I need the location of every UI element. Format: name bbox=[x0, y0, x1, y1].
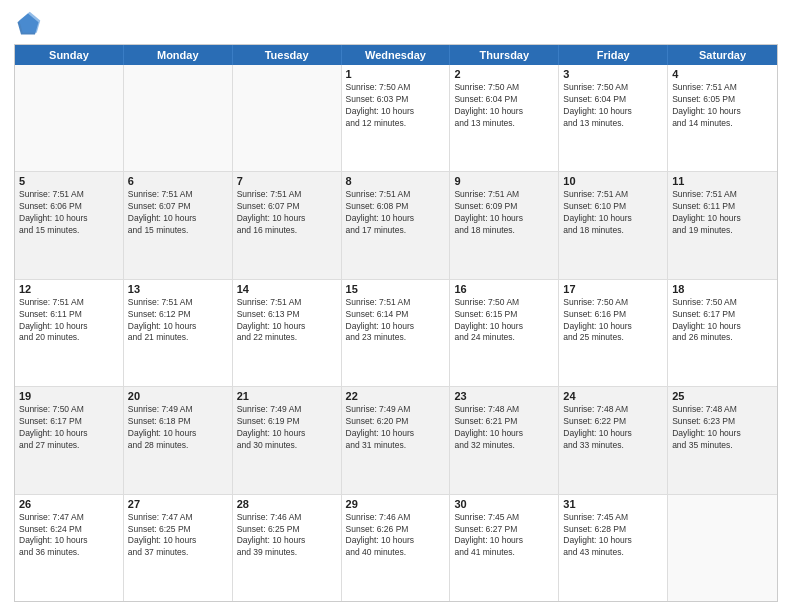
day-info: Sunrise: 7:50 AM Sunset: 6:16 PM Dayligh… bbox=[563, 297, 663, 345]
day-number: 31 bbox=[563, 498, 663, 510]
day-cell: 29Sunrise: 7:46 AM Sunset: 6:26 PM Dayli… bbox=[342, 495, 451, 601]
day-number: 17 bbox=[563, 283, 663, 295]
day-info: Sunrise: 7:51 AM Sunset: 6:05 PM Dayligh… bbox=[672, 82, 773, 130]
week-row-1: 5Sunrise: 7:51 AM Sunset: 6:06 PM Daylig… bbox=[15, 172, 777, 279]
day-info: Sunrise: 7:46 AM Sunset: 6:25 PM Dayligh… bbox=[237, 512, 337, 560]
day-cell: 14Sunrise: 7:51 AM Sunset: 6:13 PM Dayli… bbox=[233, 280, 342, 386]
day-headers-row: SundayMondayTuesdayWednesdayThursdayFrid… bbox=[15, 45, 777, 65]
header bbox=[14, 10, 778, 38]
day-info: Sunrise: 7:45 AM Sunset: 6:27 PM Dayligh… bbox=[454, 512, 554, 560]
day-number: 24 bbox=[563, 390, 663, 402]
day-cell: 17Sunrise: 7:50 AM Sunset: 6:16 PM Dayli… bbox=[559, 280, 668, 386]
page: SundayMondayTuesdayWednesdayThursdayFrid… bbox=[0, 0, 792, 612]
day-info: Sunrise: 7:51 AM Sunset: 6:08 PM Dayligh… bbox=[346, 189, 446, 237]
day-info: Sunrise: 7:49 AM Sunset: 6:18 PM Dayligh… bbox=[128, 404, 228, 452]
day-cell: 22Sunrise: 7:49 AM Sunset: 6:20 PM Dayli… bbox=[342, 387, 451, 493]
day-number: 6 bbox=[128, 175, 228, 187]
day-info: Sunrise: 7:50 AM Sunset: 6:15 PM Dayligh… bbox=[454, 297, 554, 345]
day-header-friday: Friday bbox=[559, 45, 668, 65]
day-header-monday: Monday bbox=[124, 45, 233, 65]
day-cell: 18Sunrise: 7:50 AM Sunset: 6:17 PM Dayli… bbox=[668, 280, 777, 386]
day-cell: 13Sunrise: 7:51 AM Sunset: 6:12 PM Dayli… bbox=[124, 280, 233, 386]
day-info: Sunrise: 7:50 AM Sunset: 6:03 PM Dayligh… bbox=[346, 82, 446, 130]
day-info: Sunrise: 7:51 AM Sunset: 6:09 PM Dayligh… bbox=[454, 189, 554, 237]
day-info: Sunrise: 7:51 AM Sunset: 6:12 PM Dayligh… bbox=[128, 297, 228, 345]
day-number: 26 bbox=[19, 498, 119, 510]
day-header-wednesday: Wednesday bbox=[342, 45, 451, 65]
day-number: 18 bbox=[672, 283, 773, 295]
day-number: 23 bbox=[454, 390, 554, 402]
day-number: 2 bbox=[454, 68, 554, 80]
day-cell: 19Sunrise: 7:50 AM Sunset: 6:17 PM Dayli… bbox=[15, 387, 124, 493]
calendar: SundayMondayTuesdayWednesdayThursdayFrid… bbox=[14, 44, 778, 602]
calendar-body: 1Sunrise: 7:50 AM Sunset: 6:03 PM Daylig… bbox=[15, 65, 777, 601]
day-info: Sunrise: 7:51 AM Sunset: 6:11 PM Dayligh… bbox=[672, 189, 773, 237]
day-header-tuesday: Tuesday bbox=[233, 45, 342, 65]
day-cell: 3Sunrise: 7:50 AM Sunset: 6:04 PM Daylig… bbox=[559, 65, 668, 171]
day-info: Sunrise: 7:48 AM Sunset: 6:22 PM Dayligh… bbox=[563, 404, 663, 452]
svg-marker-1 bbox=[19, 12, 40, 33]
day-number: 27 bbox=[128, 498, 228, 510]
day-info: Sunrise: 7:47 AM Sunset: 6:25 PM Dayligh… bbox=[128, 512, 228, 560]
day-cell: 6Sunrise: 7:51 AM Sunset: 6:07 PM Daylig… bbox=[124, 172, 233, 278]
day-number: 19 bbox=[19, 390, 119, 402]
day-number: 20 bbox=[128, 390, 228, 402]
day-cell: 4Sunrise: 7:51 AM Sunset: 6:05 PM Daylig… bbox=[668, 65, 777, 171]
week-row-4: 26Sunrise: 7:47 AM Sunset: 6:24 PM Dayli… bbox=[15, 495, 777, 601]
day-cell: 26Sunrise: 7:47 AM Sunset: 6:24 PM Dayli… bbox=[15, 495, 124, 601]
day-cell: 24Sunrise: 7:48 AM Sunset: 6:22 PM Dayli… bbox=[559, 387, 668, 493]
day-cell bbox=[233, 65, 342, 171]
day-info: Sunrise: 7:49 AM Sunset: 6:19 PM Dayligh… bbox=[237, 404, 337, 452]
day-number: 28 bbox=[237, 498, 337, 510]
day-cell: 27Sunrise: 7:47 AM Sunset: 6:25 PM Dayli… bbox=[124, 495, 233, 601]
day-cell: 21Sunrise: 7:49 AM Sunset: 6:19 PM Dayli… bbox=[233, 387, 342, 493]
day-info: Sunrise: 7:50 AM Sunset: 6:17 PM Dayligh… bbox=[19, 404, 119, 452]
day-info: Sunrise: 7:50 AM Sunset: 6:17 PM Dayligh… bbox=[672, 297, 773, 345]
day-number: 13 bbox=[128, 283, 228, 295]
day-cell: 1Sunrise: 7:50 AM Sunset: 6:03 PM Daylig… bbox=[342, 65, 451, 171]
day-number: 25 bbox=[672, 390, 773, 402]
day-info: Sunrise: 7:51 AM Sunset: 6:14 PM Dayligh… bbox=[346, 297, 446, 345]
day-number: 3 bbox=[563, 68, 663, 80]
day-cell: 2Sunrise: 7:50 AM Sunset: 6:04 PM Daylig… bbox=[450, 65, 559, 171]
day-cell: 16Sunrise: 7:50 AM Sunset: 6:15 PM Dayli… bbox=[450, 280, 559, 386]
day-number: 7 bbox=[237, 175, 337, 187]
week-row-2: 12Sunrise: 7:51 AM Sunset: 6:11 PM Dayli… bbox=[15, 280, 777, 387]
day-number: 29 bbox=[346, 498, 446, 510]
day-cell bbox=[668, 495, 777, 601]
day-number: 21 bbox=[237, 390, 337, 402]
day-cell: 28Sunrise: 7:46 AM Sunset: 6:25 PM Dayli… bbox=[233, 495, 342, 601]
day-cell bbox=[124, 65, 233, 171]
logo-icon bbox=[14, 10, 42, 38]
week-row-0: 1Sunrise: 7:50 AM Sunset: 6:03 PM Daylig… bbox=[15, 65, 777, 172]
day-number: 15 bbox=[346, 283, 446, 295]
day-info: Sunrise: 7:48 AM Sunset: 6:23 PM Dayligh… bbox=[672, 404, 773, 452]
day-number: 30 bbox=[454, 498, 554, 510]
day-number: 12 bbox=[19, 283, 119, 295]
logo bbox=[14, 10, 45, 38]
day-info: Sunrise: 7:49 AM Sunset: 6:20 PM Dayligh… bbox=[346, 404, 446, 452]
day-cell: 15Sunrise: 7:51 AM Sunset: 6:14 PM Dayli… bbox=[342, 280, 451, 386]
day-info: Sunrise: 7:50 AM Sunset: 6:04 PM Dayligh… bbox=[454, 82, 554, 130]
day-cell: 8Sunrise: 7:51 AM Sunset: 6:08 PM Daylig… bbox=[342, 172, 451, 278]
day-cell: 7Sunrise: 7:51 AM Sunset: 6:07 PM Daylig… bbox=[233, 172, 342, 278]
day-number: 14 bbox=[237, 283, 337, 295]
day-cell: 30Sunrise: 7:45 AM Sunset: 6:27 PM Dayli… bbox=[450, 495, 559, 601]
day-info: Sunrise: 7:50 AM Sunset: 6:04 PM Dayligh… bbox=[563, 82, 663, 130]
day-number: 1 bbox=[346, 68, 446, 80]
day-number: 9 bbox=[454, 175, 554, 187]
day-info: Sunrise: 7:51 AM Sunset: 6:13 PM Dayligh… bbox=[237, 297, 337, 345]
day-number: 11 bbox=[672, 175, 773, 187]
day-header-saturday: Saturday bbox=[668, 45, 777, 65]
day-cell: 11Sunrise: 7:51 AM Sunset: 6:11 PM Dayli… bbox=[668, 172, 777, 278]
day-info: Sunrise: 7:51 AM Sunset: 6:11 PM Dayligh… bbox=[19, 297, 119, 345]
day-info: Sunrise: 7:46 AM Sunset: 6:26 PM Dayligh… bbox=[346, 512, 446, 560]
day-header-thursday: Thursday bbox=[450, 45, 559, 65]
day-header-sunday: Sunday bbox=[15, 45, 124, 65]
day-cell: 10Sunrise: 7:51 AM Sunset: 6:10 PM Dayli… bbox=[559, 172, 668, 278]
day-cell: 25Sunrise: 7:48 AM Sunset: 6:23 PM Dayli… bbox=[668, 387, 777, 493]
day-info: Sunrise: 7:47 AM Sunset: 6:24 PM Dayligh… bbox=[19, 512, 119, 560]
day-info: Sunrise: 7:51 AM Sunset: 6:07 PM Dayligh… bbox=[237, 189, 337, 237]
day-cell: 20Sunrise: 7:49 AM Sunset: 6:18 PM Dayli… bbox=[124, 387, 233, 493]
day-number: 16 bbox=[454, 283, 554, 295]
